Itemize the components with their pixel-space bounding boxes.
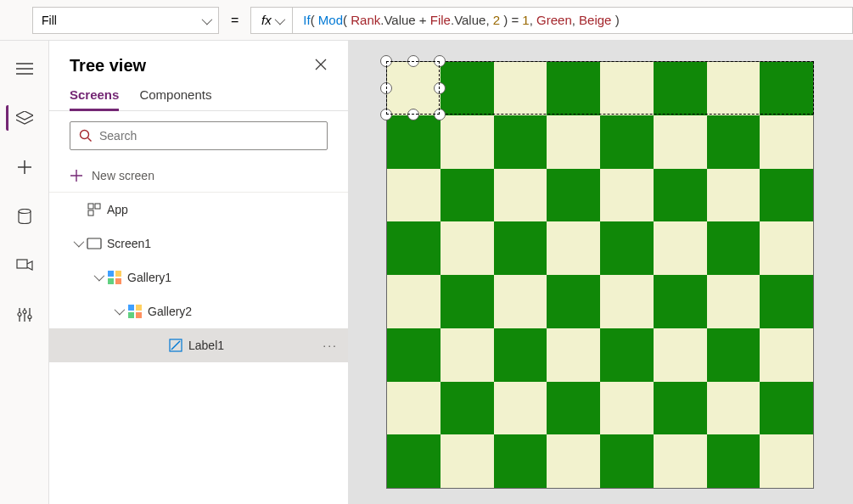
board-cell[interactable]: [654, 62, 707, 115]
board-cell[interactable]: [494, 275, 547, 328]
board-cell[interactable]: [441, 221, 494, 275]
board-cell[interactable]: [494, 434, 547, 488]
board-cell[interactable]: [707, 115, 760, 169]
board-cell[interactable]: [600, 382, 654, 435]
new-screen-button[interactable]: New screen: [49, 159, 348, 193]
tree-item-gallery1[interactable]: Gallery1: [49, 260, 348, 294]
board-cell[interactable]: [387, 62, 441, 115]
tree-item-gallery2[interactable]: Gallery2: [49, 294, 348, 328]
board-cell[interactable]: [387, 275, 441, 328]
media-button[interactable]: [8, 253, 42, 278]
svg-rect-13: [115, 278, 121, 284]
board-cell[interactable]: [387, 169, 441, 222]
resize-handle[interactable]: [434, 109, 446, 120]
board-cell[interactable]: [760, 434, 813, 488]
board-cell[interactable]: [654, 115, 707, 169]
board-cell[interactable]: [707, 328, 760, 382]
data-button[interactable]: [8, 204, 42, 229]
svg-point-3: [23, 311, 26, 314]
board-cell[interactable]: [707, 62, 760, 115]
resize-handle[interactable]: [380, 55, 392, 67]
board-cell[interactable]: [494, 221, 547, 275]
fx-button[interactable]: fx: [250, 7, 293, 34]
board-cell[interactable]: [600, 221, 654, 275]
board-cell[interactable]: [387, 115, 441, 169]
tab-components[interactable]: Components: [139, 81, 211, 110]
resize-handle[interactable]: [434, 55, 446, 67]
board-cell[interactable]: [494, 62, 547, 115]
board-cell[interactable]: [547, 169, 600, 222]
board-cell[interactable]: [654, 169, 707, 222]
board-cell[interactable]: [494, 382, 547, 435]
board-cell[interactable]: [387, 382, 441, 435]
board-cell[interactable]: [760, 328, 813, 382]
advanced-tools-button[interactable]: [8, 302, 42, 328]
board-cell[interactable]: [654, 434, 707, 488]
board-cell[interactable]: [441, 169, 494, 222]
board-cell[interactable]: [441, 382, 494, 435]
canvas-area[interactable]: [349, 41, 853, 504]
resize-handle[interactable]: [407, 55, 419, 67]
search-input-wrapper[interactable]: [70, 121, 328, 150]
chessboard-gallery[interactable]: [386, 61, 814, 489]
formula-input[interactable]: If( Mod( Rank.Value + File.Value, 2 ) = …: [293, 7, 853, 34]
board-cell[interactable]: [494, 115, 547, 169]
tab-screens[interactable]: Screens: [70, 81, 119, 111]
board-cell[interactable]: [600, 62, 654, 115]
close-panel-button[interactable]: [314, 58, 328, 75]
tree-item-app[interactable]: App: [49, 193, 348, 227]
board-cell[interactable]: [654, 328, 707, 382]
board-cell[interactable]: [547, 275, 600, 328]
board-cell[interactable]: [441, 62, 494, 115]
svg-rect-1: [17, 260, 27, 268]
chevron-icon: [110, 305, 126, 317]
search-input[interactable]: [99, 129, 318, 143]
tree-view-button[interactable]: [6, 105, 40, 131]
board-cell[interactable]: [707, 382, 760, 435]
board-cell[interactable]: [441, 434, 494, 488]
property-dropdown[interactable]: Fill: [32, 7, 219, 34]
more-button[interactable]: ···: [323, 339, 338, 352]
board-cell[interactable]: [441, 115, 494, 169]
board-cell[interactable]: [387, 434, 441, 488]
board-cell[interactable]: [600, 434, 654, 488]
board-cell[interactable]: [707, 275, 760, 328]
resize-handle[interactable]: [407, 109, 419, 120]
board-cell[interactable]: [547, 115, 600, 169]
insert-button[interactable]: [8, 154, 42, 180]
board-cell[interactable]: [654, 275, 707, 328]
board-cell[interactable]: [760, 169, 813, 222]
board-cell[interactable]: [547, 434, 600, 488]
board-cell[interactable]: [760, 221, 813, 275]
resize-handle[interactable]: [434, 82, 446, 94]
board-cell[interactable]: [387, 221, 441, 275]
board-cell[interactable]: [760, 382, 813, 435]
board-cell[interactable]: [600, 115, 654, 169]
board-cell[interactable]: [654, 221, 707, 275]
board-cell[interactable]: [547, 221, 600, 275]
close-icon: [314, 58, 328, 71]
board-cell[interactable]: [600, 169, 654, 222]
board-cell[interactable]: [547, 328, 600, 382]
board-cell[interactable]: [441, 328, 494, 382]
board-cell[interactable]: [760, 115, 813, 169]
resize-handle[interactable]: [380, 82, 392, 94]
board-cell[interactable]: [494, 169, 547, 222]
board-cell[interactable]: [387, 328, 441, 382]
board-cell[interactable]: [707, 434, 760, 488]
board-cell[interactable]: [441, 275, 494, 328]
board-cell[interactable]: [547, 382, 600, 435]
board-cell[interactable]: [707, 221, 760, 275]
board-cell[interactable]: [494, 328, 547, 382]
board-cell[interactable]: [654, 382, 707, 435]
tree-item-screen1[interactable]: Screen1: [49, 227, 348, 260]
resize-handle[interactable]: [380, 109, 392, 120]
board-cell[interactable]: [707, 169, 760, 222]
board-cell[interactable]: [760, 275, 813, 328]
hamburger-button[interactable]: [8, 56, 42, 81]
board-cell[interactable]: [600, 275, 654, 328]
tree-item-label1[interactable]: Label1···: [49, 328, 348, 362]
board-cell[interactable]: [547, 62, 600, 115]
board-cell[interactable]: [600, 328, 654, 382]
board-cell[interactable]: [760, 62, 813, 115]
